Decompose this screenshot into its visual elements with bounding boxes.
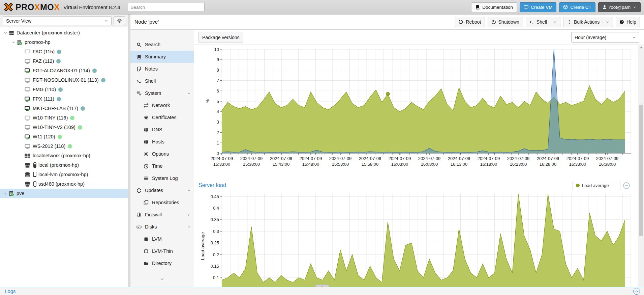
split-dropdown-chevron[interactable] [603,20,609,24]
charts-area: 0123456789102024-07-0915:33:002024-07-09… [194,45,644,287]
scroll-up-button[interactable] [638,45,644,51]
logs-bar[interactable]: Logs [0,287,644,295]
menu-item-label: LVM [152,236,162,242]
status-dot [58,87,63,92]
svg-text:2024-07-09: 2024-07-09 [389,156,411,161]
menu-item-hosts[interactable]: Hosts [130,136,194,148]
storage-usage-icon [33,172,36,177]
menu-scroll-down-chevron[interactable] [160,276,164,281]
menu-item-dns[interactable]: DNS [130,124,194,136]
tree-item-local-proxmox-hp[interactable]: local (proxmox-hp) [0,160,128,170]
expand-chevron[interactable] [3,31,8,35]
bulk-actions-button[interactable]: Bulk Actions [563,17,613,27]
chevron-down-icon [606,20,609,24]
tree-item-w11-120[interactable]: W11 (120) [0,132,128,141]
svg-text:0.15: 0.15 [211,264,219,269]
svg-text:6: 6 [217,88,219,93]
tree-item-localnetwork-proxmox-hp[interactable]: localnetwork (proxmox-hp) [0,151,128,160]
menu-item-label: System Log [152,176,178,181]
tree-item-w10-tiny-116[interactable]: W10-TINY (116) [0,113,128,123]
tree-item-local-lvm-proxmox-hp[interactable]: local-lvm (proxmox-hp) [0,170,128,179]
menu-item-search[interactable]: Search [130,38,194,51]
timeframe-selector[interactable]: Hour (average) [571,32,639,43]
menu-item-label: LVM-Thin [152,248,173,254]
tree-item-ssd480-proxmox-hp[interactable]: ssd480 (proxmox-hp) [0,179,128,189]
vm-running-icon [25,134,30,140]
menu-item-network[interactable]: Network [130,99,194,111]
tree-item-mkt-chr-lab-117[interactable]: MKT-CHR-LAB (117) [0,104,128,113]
tree-item-fmg-110[interactable]: FMG (110) [0,85,128,94]
view-settings-button[interactable] [114,16,125,25]
view-selector[interactable]: Server View [3,16,112,25]
logs-toggle-button[interactable] [633,288,640,295]
menu-item-lvm[interactable]: LVM [130,233,194,245]
dots-icon [567,20,572,24]
tree-item-w10-tiny-v2-109[interactable]: W10-TINY-V2 (109) [0,123,128,132]
panel-splitter[interactable] [128,15,130,287]
menu-item-system-log[interactable]: System Log [130,172,194,184]
tree-item-faz-112[interactable]: FAZ (112) [0,56,128,66]
svg-text:0.3: 0.3 [213,229,219,234]
reboot-button[interactable]: Reboot [455,17,485,27]
tree-item-label: local (proxmox-hp) [38,162,79,168]
tree-item-pve[interactable]: pve [0,189,128,198]
tree-item-proxmox-hp[interactable]: proxmox-hp [0,37,128,47]
proxmox-logo[interactable]: PROXMOX Virtual Environment 8.2.4 [3,2,120,12]
user-menu-button[interactable]: root@pam [598,2,641,12]
scroll-thumb[interactable] [639,105,643,236]
tree-item-fgt-nosololinux-01-113[interactable]: FGT-NOSOLOLINUX-01 (113) [0,75,128,85]
svg-text:0.2: 0.2 [213,252,219,257]
menu-item-shell[interactable]: Shell [130,75,194,87]
node-actions: RebootShutdownShellBulk ActionsHelp [455,17,640,27]
create-ct-button[interactable]: Create CT [559,2,595,12]
user-label: root@pam [609,5,631,10]
help-button[interactable]: Help [616,17,640,27]
menu-item-label: Network [152,103,170,108]
menu-item-label: Directory [152,261,172,266]
node-title: Node 'pve' [134,19,159,25]
menu-item-summary[interactable]: Summary [130,51,194,63]
server-load-title: Server load [198,182,226,188]
menu-item-repositories[interactable]: Repositories [130,196,194,209]
menu-item-lvm-thin[interactable]: LVM-Thin [130,245,194,257]
expand-chevron[interactable] [11,41,17,44]
svg-text:16:03:00: 16:03:00 [391,162,408,167]
status-dot [68,144,72,149]
vertical-scrollbar[interactable] [638,45,644,287]
menu-item-options[interactable]: Options [130,148,194,160]
tree-item-ws-2012-118[interactable]: WS-2012 (118) [0,141,128,151]
menu-item-firewall[interactable]: Firewall [130,209,194,221]
global-search-input[interactable] [128,3,205,12]
chevron-up-icon [320,285,324,288]
create-vm-button[interactable]: Create VM [520,2,557,12]
split-dropdown-chevron[interactable] [550,20,557,24]
vm-stopped-icon [25,125,30,130]
load-average-legend[interactable]: Load average [573,181,620,190]
svg-text:15:43:00: 15:43:00 [273,162,290,167]
documentation-button[interactable]: Documentation [471,2,517,12]
tree-item-fgt-alozanox-01-114[interactable]: FGT-ALOZANOX-01 (114) [0,66,128,75]
menu-item-disks[interactable]: Disks [130,221,194,233]
package-versions-button[interactable]: Package versions [198,32,243,43]
expand-chevron[interactable] [3,192,8,195]
vm-running-icon [25,96,30,102]
tree-item-label: proxmox-hp [25,39,51,45]
svg-text:2024-07-09: 2024-07-09 [359,156,381,161]
tree-item-fac-115[interactable]: FAC (115) [0,47,128,56]
menu-item-updates[interactable]: Updates [130,184,194,196]
tree-item-datacenter-proxmox-cluster[interactable]: Datacenter (proxmox-cluster) [0,28,128,37]
tree-item-label: W10-TINY-V2 (109) [33,125,75,130]
menu-item-time[interactable]: Time [130,160,194,172]
menu-item-certificates[interactable]: Certificates [130,111,194,124]
menu-item-notes[interactable]: Notes [130,63,194,75]
menu-item-directory[interactable]: Directory [130,257,194,269]
menu-item-system[interactable]: System [130,87,194,99]
svg-text:2024-07-09: 2024-07-09 [329,156,352,161]
logs-expand-handle[interactable] [315,285,329,287]
chevron-down-icon [104,19,108,23]
tree-item-fpx-111[interactable]: FPX (111) [0,94,128,104]
tree-item-label: W10-TINY (116) [33,115,68,120]
shell-button[interactable]: Shell [526,17,560,27]
shutdown-button[interactable]: Shutdown [488,17,523,27]
cube-icon [563,5,568,9]
